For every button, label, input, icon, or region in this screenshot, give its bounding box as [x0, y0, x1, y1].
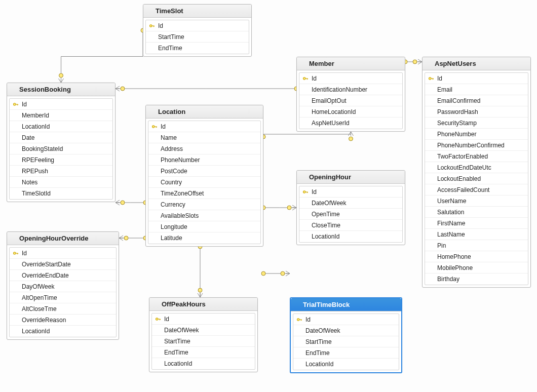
column-row[interactable]: FirstName: [425, 218, 528, 229]
column-row[interactable]: OverrideStartDate: [10, 259, 116, 270]
column-row[interactable]: LocationId: [293, 359, 399, 370]
column-row[interactable]: HomeLocationId: [299, 106, 402, 117]
column-row[interactable]: IdentificationNumber: [299, 84, 402, 95]
column-row[interactable]: TimeSlotId: [10, 188, 112, 199]
column-row[interactable]: Id: [148, 121, 260, 132]
column-row[interactable]: LocationId: [10, 326, 116, 337]
column-name: LocationId: [311, 233, 399, 240]
column-row[interactable]: LockoutEnabled: [425, 173, 528, 184]
column-row[interactable]: AltCloseTme: [10, 303, 116, 315]
column-row[interactable]: Pin: [425, 240, 528, 251]
column-name: IdentificationNumber: [311, 86, 399, 93]
column-row[interactable]: StartTime: [146, 31, 249, 43]
column-row[interactable]: Longitude: [148, 221, 260, 232]
column-row[interactable]: DateOfWeek: [299, 198, 402, 209]
table-title[interactable]: ▾AspNetUsers: [423, 57, 530, 70]
table-title[interactable]: ▾Member: [297, 57, 405, 70]
column-row[interactable]: Date: [10, 132, 112, 143]
table-openingHour[interactable]: ▾OpeningHourIdDateOfWeekOpenTimeCloseTim…: [296, 170, 405, 245]
column-row[interactable]: Address: [148, 143, 260, 154]
column-row[interactable]: LocationId: [10, 121, 112, 132]
column-row[interactable]: EmailConfirmed: [425, 95, 528, 106]
column-row[interactable]: BookingStateId: [10, 143, 112, 154]
column-row[interactable]: DateOfWeek: [152, 325, 255, 336]
table-title[interactable]: ▾OpeningHourOverride: [7, 232, 119, 245]
table-aspNetUsers[interactable]: ▾AspNetUsersIdEmailEmailConfirmedPasswor…: [422, 57, 531, 288]
column-row[interactable]: AvailableSlots: [148, 210, 260, 221]
column-row[interactable]: HomePhone: [425, 251, 528, 262]
svg-point-62: [349, 137, 353, 141]
column-row[interactable]: CloseTime: [299, 220, 402, 231]
column-name: AltOpenTime: [21, 294, 113, 301]
column-row[interactable]: PhoneNumber: [425, 129, 528, 140]
column-row[interactable]: EndTime: [146, 43, 249, 54]
column-row[interactable]: TimeZoneOffset: [148, 188, 260, 199]
column-row[interactable]: EmailOptOut: [299, 95, 402, 106]
column-row[interactable]: PasswordHash: [425, 106, 528, 117]
column-row[interactable]: StartTime: [152, 336, 255, 347]
column-row[interactable]: OverrideEndDate: [10, 270, 116, 281]
table-sessionBooking[interactable]: ▾SessionBookingIdMemberIdLocationIdDateB…: [7, 83, 116, 202]
column-row[interactable]: RPEFeeling: [10, 154, 112, 166]
column-row[interactable]: EndTime: [293, 347, 399, 359]
table-title[interactable]: ▾TimeSlot: [143, 5, 251, 18]
column-row[interactable]: AspNetUserId: [299, 117, 402, 129]
column-row[interactable]: Id: [10, 248, 116, 259]
column-row[interactable]: Id: [146, 20, 249, 31]
column-row[interactable]: OpenTime: [299, 209, 402, 220]
diagram-canvas[interactable]: ▾TimeSlotIdStartTimeEndTime▾SessionBooki…: [0, 0, 537, 392]
column-row[interactable]: Id: [299, 73, 402, 84]
column-row[interactable]: Name: [148, 132, 260, 143]
column-row[interactable]: StartTime: [293, 336, 399, 347]
column-row[interactable]: Salutation: [425, 207, 528, 218]
table-trialTimeBlock[interactable]: ▾TrialTimeBlockIdDateOfWeekStartTimeEndT…: [290, 297, 402, 373]
column-row[interactable]: Currency: [148, 199, 260, 210]
column-row[interactable]: DayOfWeek: [10, 281, 116, 292]
column-row[interactable]: Latitude: [148, 232, 260, 244]
column-row[interactable]: Id: [425, 73, 528, 84]
column-row[interactable]: UserName: [425, 195, 528, 207]
column-row[interactable]: PhoneNumberConfirmed: [425, 140, 528, 151]
column-row[interactable]: MobilePhone: [425, 262, 528, 273]
column-row[interactable]: PostCode: [148, 166, 260, 177]
column-row[interactable]: Email: [425, 84, 528, 95]
column-row[interactable]: Id: [152, 313, 255, 325]
table-openingHourOverride[interactable]: ▾OpeningHourOverrideIdOverrideStartDateO…: [7, 231, 119, 340]
column-row[interactable]: TwoFactorEnabled: [425, 151, 528, 162]
column-row[interactable]: PhoneNumber: [148, 154, 260, 166]
column-row[interactable]: SecurityStamp: [425, 117, 528, 129]
table-title-text: TimeSlot: [156, 7, 183, 15]
column-row[interactable]: LocationId: [299, 231, 402, 242]
column-row[interactable]: Id: [293, 314, 399, 325]
table-title[interactable]: ▾Location: [146, 105, 263, 119]
table-location[interactable]: ▾LocationIdNameAddressPhoneNumberPostCod…: [145, 105, 263, 247]
column-row[interactable]: Id: [299, 186, 402, 198]
column-row[interactable]: Id: [10, 99, 112, 110]
column-name: Name: [160, 134, 257, 141]
column-row[interactable]: OverrideReason: [10, 315, 116, 326]
column-row[interactable]: Notes: [10, 177, 112, 188]
table-title[interactable]: ▾OpeningHour: [297, 171, 405, 184]
column-row[interactable]: LockoutEndDateUtc: [425, 162, 528, 173]
column-row[interactable]: AccessFailedCount: [425, 184, 528, 195]
column-row[interactable]: LocationId: [152, 358, 255, 369]
column-row[interactable]: RPEPush: [10, 166, 112, 177]
column-name: Longitude: [160, 223, 257, 230]
table-member[interactable]: ▾MemberIdIdentificationNumberEmailOptOut…: [296, 57, 405, 132]
table-title[interactable]: ▾OffPeakHours: [149, 298, 257, 311]
column-row[interactable]: DateOfWeek: [293, 325, 399, 336]
column-row[interactable]: MemberId: [10, 110, 112, 121]
column-row[interactable]: LastName: [425, 229, 528, 240]
table-title[interactable]: ▾SessionBooking: [7, 83, 115, 96]
column-row[interactable]: EndTime: [152, 347, 255, 358]
svg-point-6: [59, 73, 63, 77]
column-row[interactable]: Country: [148, 177, 260, 188]
table-title[interactable]: ▾TrialTimeBlock: [291, 298, 401, 311]
column-name: Salutation: [436, 209, 525, 216]
table-offPeakHours[interactable]: ▾OffPeakHoursIdDateOfWeekStartTimeEndTim…: [149, 297, 258, 372]
table-columns: IdDateOfWeekStartTimeEndTimeLocationId: [151, 313, 255, 370]
column-row[interactable]: AltOpenTime: [10, 292, 116, 303]
svg-line-68: [418, 59, 422, 62]
column-row[interactable]: Birthday: [425, 273, 528, 285]
table-timeSlot[interactable]: ▾TimeSlotIdStartTimeEndTime: [143, 4, 252, 57]
